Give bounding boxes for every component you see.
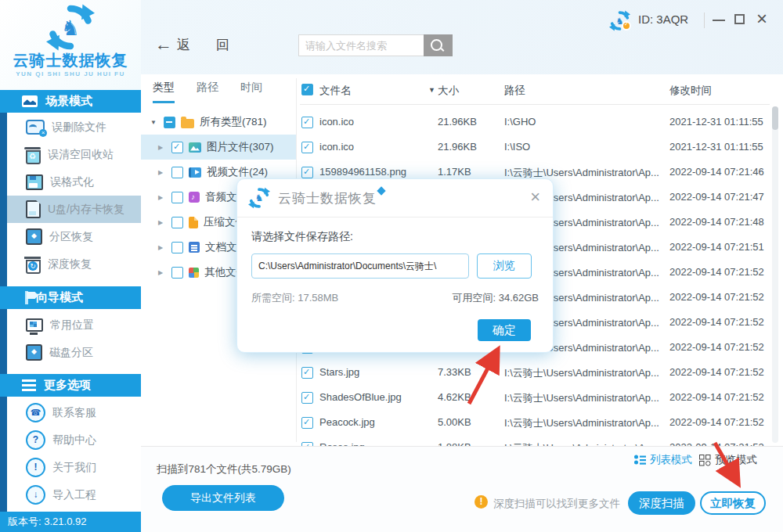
sidebar-item-label: 常用位置: [50, 318, 94, 332]
tab-path[interactable]: 路径: [197, 81, 218, 103]
sidebar-section-more-options[interactable]: 更多选项: [0, 374, 141, 397]
dialog-close-icon[interactable]: ×: [530, 187, 540, 207]
expand-icon[interactable]: ▶: [158, 169, 166, 176]
row-checkbox[interactable]: [301, 367, 313, 379]
tree-checkbox-unchecked[interactable]: [171, 167, 183, 178]
recover-now-button[interactable]: 立即恢复: [700, 491, 766, 515]
sidebar-item[interactable]: U盘/内存卡恢复: [7, 196, 141, 223]
sidebar-item[interactable]: 深度恢复: [7, 250, 141, 278]
sidebar-item[interactable]: 常用位置: [7, 311, 141, 339]
column-header-path[interactable]: 路径: [504, 84, 525, 98]
deep-scan-button[interactable]: 深度扫描: [628, 491, 695, 515]
tree-checkbox-partial[interactable]: [164, 117, 175, 128]
search-button[interactable]: [424, 34, 453, 56]
column-header-time[interactable]: 修改时间: [669, 84, 712, 98]
sidebar-section-scene-mode[interactable]: 场景模式: [0, 90, 141, 113]
back-arrow-icon: ←: [155, 34, 172, 55]
sidebar-item[interactable]: 联系客服: [7, 399, 141, 426]
table-row[interactable]: icon.ico21.96KBI:\GHO2021-12-31 01:11:55: [301, 110, 783, 135]
guide-mode-icon: [25, 291, 28, 304]
deleted-file-icon: [26, 120, 45, 135]
cell-size: 7.33KB: [438, 366, 471, 378]
sidebar-item[interactable]: 误删除文件: [7, 113, 141, 141]
search-bar: [298, 34, 453, 56]
tab-type[interactable]: 类型: [153, 81, 175, 103]
cell-path: I:\云骑士\Users\Administrator\Ap...: [504, 366, 665, 380]
row-checkbox[interactable]: [301, 142, 313, 153]
dialog-title: 云骑士数据恢复: [278, 189, 377, 207]
row-checkbox[interactable]: [301, 392, 313, 404]
tree-checkbox-unchecked[interactable]: [171, 267, 183, 279]
sidebar-item[interactable]: 导入工程: [7, 481, 141, 509]
deep-scan-hint: 深度扫描可以找到更多文件: [493, 497, 620, 511]
back-label: 返 回: [177, 36, 240, 54]
brand-logo-block: ♞ 云骑士数据恢复 YUN QI SHI SHU JU HUI FU: [0, 0, 141, 90]
sidebar-item-label: 误清空回收站: [48, 148, 114, 162]
sort-desc-icon[interactable]: ▼: [428, 86, 435, 94]
sidebar-section-guide-mode[interactable]: 向导模式: [0, 286, 141, 309]
preview-mode-toggle[interactable]: 预览模式: [699, 453, 757, 467]
tree-node[interactable]: ▶图片文件(307): [141, 135, 296, 160]
row-checkbox[interactable]: [301, 417, 313, 429]
select-all-checkbox[interactable]: [301, 84, 313, 95]
sidebar-item-label: 导入工程: [52, 488, 96, 502]
cell-time: 2022-09-14 07:21:52: [669, 266, 764, 278]
column-header-name[interactable]: 文件名: [319, 84, 352, 98]
sidebar-item-label: 联系客服: [52, 406, 96, 420]
expand-icon[interactable]: ▶: [158, 194, 166, 201]
sidebar-item[interactable]: 分区恢复: [7, 223, 141, 250]
knight-glyph-icon: ♞: [255, 192, 264, 203]
tree-checkbox-unchecked[interactable]: [171, 242, 183, 253]
tree-node[interactable]: ▼所有类型(781): [141, 110, 296, 135]
table-row[interactable]: Roses.jpg1.88KBI:\云骑士\Users\Administrato…: [301, 435, 783, 446]
maximize-button[interactable]: [734, 14, 745, 24]
titlebar-divider: [704, 13, 705, 28]
expand-icon[interactable]: ▶: [158, 244, 166, 251]
brand-logo-icon: ♞: [46, 3, 95, 52]
save-path-dialog: ♞ 云骑士数据恢复 × 请选择文件保存路径: 浏览 所需空间: 17.58MB …: [236, 178, 554, 353]
app-window: ♞ 云骑士数据恢复 YUN QI SHI SHU JU HUI FU 场景模式 …: [0, 0, 783, 532]
table-row[interactable]: ShadesOfBlue.jpg4.62KBI:\云骑士\Users\Admin…: [301, 385, 783, 410]
column-header-size[interactable]: 大小: [438, 84, 459, 98]
tree-checkbox-unchecked[interactable]: [171, 192, 183, 203]
save-path-input[interactable]: [251, 253, 469, 279]
expand-icon[interactable]: ▶: [158, 219, 166, 226]
cell-name: ShadesOfBlue.jpg: [319, 391, 402, 403]
tab-time[interactable]: 时间: [240, 81, 262, 103]
back-button[interactable]: ← 返 回: [155, 34, 240, 55]
brand-title: 云骑士数据恢复: [13, 52, 128, 69]
row-checkbox[interactable]: [301, 117, 313, 128]
table-row[interactable]: icon.ico21.96KBI:\ISO2021-12-31 01:11:55: [301, 135, 783, 160]
sidebar-item-label: 帮助中心: [52, 433, 96, 448]
export-file-list-button[interactable]: 导出文件列表: [162, 485, 284, 511]
disk-icon: [26, 344, 42, 361]
expand-icon[interactable]: ▶: [158, 269, 166, 276]
sidebar-item[interactable]: 帮助中心: [7, 426, 141, 454]
list-mode-toggle[interactable]: 列表模式: [634, 453, 692, 467]
close-button[interactable]: ×: [756, 9, 767, 29]
sdcard-icon: [26, 200, 41, 218]
cell-name: Peacock.jpg: [319, 416, 375, 428]
tree-checkbox-checked[interactable]: [171, 142, 183, 153]
cell-time: 2022-09-14 07:21:52: [669, 391, 764, 403]
table-row[interactable]: Peacock.jpg5.00KBI:\云骑士\Users\Administra…: [301, 410, 783, 435]
table-row[interactable]: Stars.jpg7.33KBI:\云骑士\Users\Administrato…: [301, 360, 783, 385]
confirm-button[interactable]: 确定: [478, 319, 531, 341]
collapse-icon[interactable]: ▼: [150, 119, 158, 126]
scrollbar-thumb[interactable]: [772, 106, 778, 130]
sidebar-item-label: U盘/内存卡恢复: [48, 203, 124, 217]
sidebar-items-scene: 误删除文件误清空回收站误格式化U盘/内存卡恢复分区恢复深度恢复: [7, 113, 141, 278]
sidebar-item[interactable]: 磁盘分区: [7, 339, 141, 366]
tree-checkbox-unchecked[interactable]: [171, 217, 183, 228]
sidebar-item[interactable]: 误格式化: [7, 168, 141, 196]
expand-icon[interactable]: ▶: [158, 144, 166, 151]
partition-icon: [26, 228, 42, 245]
preview-mode-icon: [699, 455, 711, 466]
row-checkbox[interactable]: [301, 167, 313, 178]
search-input[interactable]: [298, 34, 424, 56]
sidebar-item[interactable]: 关于我们: [7, 454, 141, 481]
browse-button[interactable]: 浏览: [477, 253, 532, 279]
minimize-button[interactable]: [713, 20, 725, 21]
sidebar-item[interactable]: 误清空回收站: [7, 141, 141, 168]
header-divider: [300, 104, 770, 105]
